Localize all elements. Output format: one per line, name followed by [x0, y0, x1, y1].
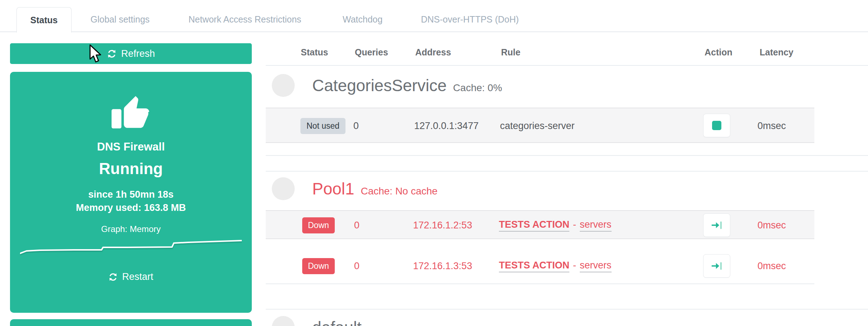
sign-in-icon	[711, 260, 723, 272]
graph-label: Graph: Memory	[10, 224, 252, 234]
section-avatar	[272, 316, 295, 326]
column-header-action: Action	[705, 47, 732, 58]
section-header-categoriesservice: CategoriesService Cache: 0%	[312, 76, 502, 95]
restart-icon	[108, 272, 118, 282]
start-server-button[interactable]	[703, 213, 730, 237]
column-header-latency: Latency	[760, 47, 793, 58]
queries-value: 0	[354, 220, 359, 231]
status-badge: Down	[302, 217, 335, 233]
restart-button-label: Restart	[122, 271, 153, 282]
refresh-button-label: Refresh	[121, 48, 155, 59]
rule-cell: TESTS ACTION-servers	[499, 219, 612, 230]
service-status-card: DNS Firewall Running since 1h 50mn 18s M…	[10, 72, 252, 313]
column-header-address: Address	[415, 47, 451, 58]
status-badge: Down	[302, 258, 335, 274]
tab-bar: Global settings Network Access Restricti…	[0, 0, 868, 32]
service-name: DNS Firewall	[10, 140, 252, 153]
stop-icon	[712, 121, 721, 130]
service-memory: Memory used: 163.8 MB	[10, 202, 252, 213]
divider	[266, 309, 868, 310]
service-state: Running	[10, 160, 252, 178]
address-value: 172.16.1.3:53	[413, 261, 472, 272]
address-value: 172.16.1.2:53	[413, 220, 472, 231]
tab-network-access-restrictions[interactable]: Network Access Restrictions	[188, 14, 301, 25]
section-title-text: default	[312, 318, 362, 326]
rule-value: categories-server	[500, 120, 575, 132]
column-header-queries: Queries	[355, 47, 388, 58]
rule-action-link[interactable]: TESTS ACTION	[499, 219, 569, 232]
rule-target-link[interactable]: servers	[580, 219, 612, 232]
refresh-icon	[107, 49, 117, 59]
service-uptime: since 1h 50mn 18s	[10, 189, 252, 200]
rule-separator: -	[573, 219, 576, 230]
queries-value: 0	[354, 261, 359, 272]
section-avatar	[272, 177, 295, 200]
restart-button[interactable]: Restart	[10, 271, 252, 282]
tab-global-settings[interactable]: Global settings	[90, 14, 149, 25]
rule-separator: -	[573, 260, 576, 271]
divider	[266, 155, 868, 156]
column-header-rule: Rule	[501, 47, 520, 58]
rule-action-link[interactable]: TESTS ACTION	[499, 260, 569, 272]
divider	[266, 171, 868, 172]
latency-value: 0msec	[757, 120, 786, 132]
section-cache-text: Cache: 0%	[453, 82, 502, 94]
section-avatar	[272, 74, 295, 97]
sign-in-icon	[711, 219, 723, 231]
section-header-default: default	[312, 318, 362, 326]
column-header-status: Status	[301, 47, 328, 58]
stop-server-button[interactable]	[703, 114, 730, 137]
queries-value: 0	[353, 120, 359, 132]
rule-cell: TESTS ACTION-servers	[499, 260, 612, 271]
tab-status[interactable]: Status	[16, 7, 72, 33]
start-server-button[interactable]	[703, 254, 730, 278]
memory-sparkline-chart	[20, 238, 242, 256]
section-header-pool1: Pool1 Cache: No cache	[312, 179, 437, 198]
section-title-text: Pool1	[312, 179, 354, 198]
tab-dns-over-https[interactable]: DNS-over-HTTPS (DoH)	[421, 14, 519, 25]
refresh-button[interactable]: Refresh	[10, 43, 252, 64]
address-value: 127.0.0.1:3477	[414, 120, 479, 132]
section-cache-text: Cache: No cache	[361, 186, 438, 197]
dns-firewall-status-page: Global settings Network Access Restricti…	[0, 0, 868, 326]
divider	[266, 65, 868, 66]
latency-value: 0msec	[757, 261, 786, 272]
section-title-text: CategoriesService	[312, 76, 447, 95]
status-badge: Not used	[300, 118, 345, 134]
latency-value: 0msec	[757, 220, 786, 231]
rule-target-link[interactable]: servers	[580, 260, 612, 272]
thumbs-up-icon	[110, 93, 152, 135]
next-service-card-partial	[10, 319, 252, 326]
tab-watchdog[interactable]: Watchdog	[343, 14, 383, 25]
